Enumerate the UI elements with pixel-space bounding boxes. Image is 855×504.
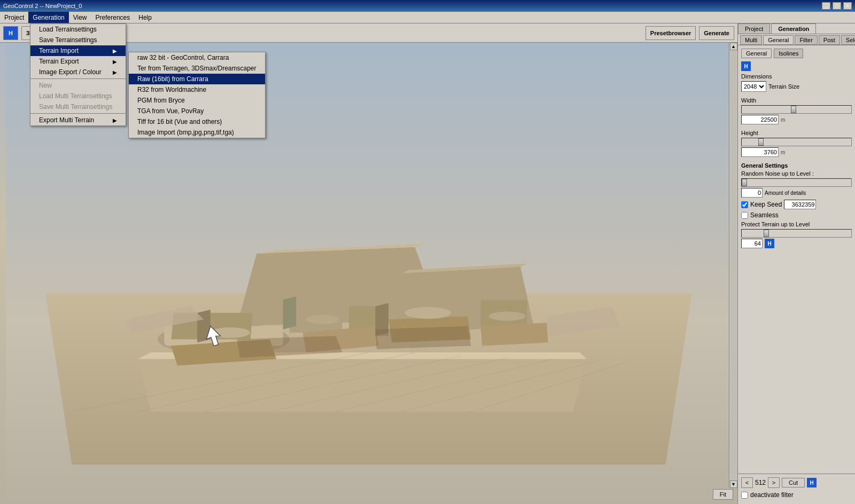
submenu-item-tga[interactable]: TGA from Vue, PovRay <box>129 106 265 116</box>
nav-row: < 512 > Cut H <box>741 477 852 488</box>
height-input[interactable] <box>741 147 779 157</box>
width-value-row: m <box>741 115 852 124</box>
general-settings-label: General Settings <box>741 162 852 169</box>
preset-browser-button[interactable]: Presetbrowser <box>646 26 696 40</box>
menubar: Project Generation View Preferences Help <box>0 12 855 23</box>
menu-project[interactable]: Project <box>0 12 28 23</box>
height-label: Height <box>741 130 852 136</box>
height-value-row: m <box>741 147 852 157</box>
sub-tabs: Multi General Filter Post Selector Rende <box>738 34 855 45</box>
menu-item-terrain-import[interactable]: Terrain Import ▶ <box>30 45 126 56</box>
general-tab-isolines[interactable]: Isolines <box>774 49 803 58</box>
general-sub-tabs: General Isolines <box>741 49 852 58</box>
seamless-checkbox[interactable] <box>741 212 748 219</box>
svg-point-24 <box>405 307 451 319</box>
sub-tab-filter[interactable]: Filter <box>795 35 817 45</box>
menu-help[interactable]: Help <box>134 12 156 23</box>
panel-h-button[interactable]: H <box>741 61 751 71</box>
cut-button[interactable]: Cut <box>782 478 805 487</box>
submenu-item-ter[interactable]: Ter from Terragen, 3DSmax/Dreamscaper <box>129 63 265 74</box>
dimensions-section: Dimensions 2048 1024 512 256 Terrain Siz… <box>741 73 852 92</box>
sub-tab-post[interactable]: Post <box>819 35 840 45</box>
h-button[interactable]: H <box>3 26 18 40</box>
general-tab-general[interactable]: General <box>741 49 772 58</box>
nav-h-button[interactable]: H <box>807 478 817 487</box>
sub-tab-selector[interactable]: Selector <box>841 35 855 45</box>
svg-marker-20 <box>283 296 297 329</box>
nav-value: 512 <box>755 479 766 486</box>
random-noise-row: Amount of details <box>741 188 852 198</box>
protect-terrain-input[interactable] <box>741 239 763 248</box>
next-button[interactable]: > <box>768 477 780 488</box>
submenu-item-pgm[interactable]: PGM from Bryce <box>129 95 265 106</box>
titlebar-controls: _ □ × <box>822 2 852 10</box>
menu-generation[interactable]: Generation <box>28 12 68 23</box>
keep-seed-checkbox[interactable] <box>741 201 748 208</box>
protect-terrain-row: H <box>741 239 852 248</box>
submenu-item-tiff[interactable]: Tiff for 16 bit (Vue and others) <box>129 116 265 127</box>
protect-terrain-slider[interactable] <box>741 229 852 238</box>
random-noise-input[interactable] <box>741 188 763 198</box>
terrain-size-select[interactable]: 2048 1024 512 256 <box>741 81 766 92</box>
titlebar: GeoControl 2 -- NewProject_0 _ □ × <box>0 0 855 12</box>
amount-details-label: Amount of details <box>765 190 806 196</box>
menu-view[interactable]: View <box>69 12 91 23</box>
close-button[interactable]: × <box>843 2 852 10</box>
general-settings-section: General Settings Random Noise up to Leve… <box>741 162 852 248</box>
tab-generation[interactable]: Generation <box>771 23 816 34</box>
viewport-scrollbar: ▲ ▼ <box>729 43 737 488</box>
menu-item-save-terrainsettings[interactable]: Save Terrainsettings <box>30 35 126 45</box>
protect-h-button[interactable]: H <box>765 239 774 248</box>
prev-button[interactable]: < <box>741 477 753 488</box>
submenu-item-image[interactable]: Image Import (bmp,jpg,png,tif,tga) <box>129 127 265 138</box>
panel-tabs: Project Generation <box>738 23 855 34</box>
submenu-item-raw16[interactable]: Raw (16bit) from Carrara <box>129 74 265 84</box>
svg-marker-2 <box>138 359 586 412</box>
protect-terrain-label: Protect Terrain up to Level <box>741 221 852 227</box>
menu-item-new[interactable]: New <box>30 80 126 91</box>
svg-marker-29 <box>375 326 471 349</box>
width-input[interactable] <box>741 115 779 124</box>
menu-preferences[interactable]: Preferences <box>91 12 135 23</box>
width-slider[interactable] <box>741 105 852 114</box>
svg-point-23 <box>306 315 339 324</box>
dimensions-row: 2048 1024 512 256 Terrain Size <box>741 81 852 92</box>
submenu-item-raw32[interactable]: raw 32 bit - GeoControl, Carrara <box>129 52 265 63</box>
scroll-up-button[interactable]: ▲ <box>730 43 737 50</box>
seamless-label: Seamless <box>750 211 779 219</box>
deactivate-filter-checkbox[interactable] <box>741 492 748 499</box>
svg-point-25 <box>489 312 526 321</box>
scroll-down-button[interactable]: ▼ <box>730 481 737 488</box>
scroll-track <box>730 50 737 481</box>
width-unit: m <box>781 117 785 123</box>
random-noise-label: Random Noise up to Level : <box>741 170 852 177</box>
submenu-item-r32[interactable]: R32 from Worldmachine <box>129 84 265 95</box>
panel-content: General Isolines H Dimensions 2048 1024 … <box>738 45 855 474</box>
svg-marker-18 <box>481 323 548 346</box>
generate-button[interactable]: Generate <box>699 26 734 40</box>
minimize-button[interactable]: _ <box>822 2 830 10</box>
sub-tab-general[interactable]: General <box>763 35 794 45</box>
deactivate-filter-row: deactivate filter <box>741 491 852 499</box>
maximize-button[interactable]: □ <box>833 2 841 10</box>
height-slider[interactable] <box>741 138 852 146</box>
random-noise-slider[interactable] <box>741 178 852 187</box>
menu-item-image-export[interactable]: Image Export / Colour ▶ <box>30 67 126 77</box>
menu-item-export-multi[interactable]: Export Multi Terrain ▶ <box>30 115 126 125</box>
tab-project[interactable]: Project <box>738 23 770 34</box>
keep-seed-input[interactable] <box>784 200 816 209</box>
terrain-size-label: Terrain Size <box>768 83 799 90</box>
panel-bottom: < 512 > Cut H deactivate filter <box>738 474 855 504</box>
menu-item-save-multi[interactable]: Save Multi Terrainsettings <box>30 101 126 112</box>
menu-item-load-terrainsettings[interactable]: Load Terrainsettings <box>30 24 126 35</box>
sub-tab-multi[interactable]: Multi <box>740 35 762 45</box>
fit-button[interactable]: Fit <box>713 489 733 500</box>
keep-seed-label: Keep Seed <box>750 201 782 208</box>
height-unit: m <box>781 149 785 155</box>
width-section: Width m <box>741 97 852 124</box>
menu-item-load-multi[interactable]: Load Multi Terrainsettings <box>30 91 126 101</box>
menu-item-terrain-export[interactable]: Terrain Export ▶ <box>30 56 126 67</box>
dimensions-label: Dimensions <box>741 73 852 80</box>
titlebar-title: GeoControl 2 -- NewProject_0 <box>3 3 82 9</box>
right-panel: Project Generation Multi General Filter … <box>737 23 855 504</box>
